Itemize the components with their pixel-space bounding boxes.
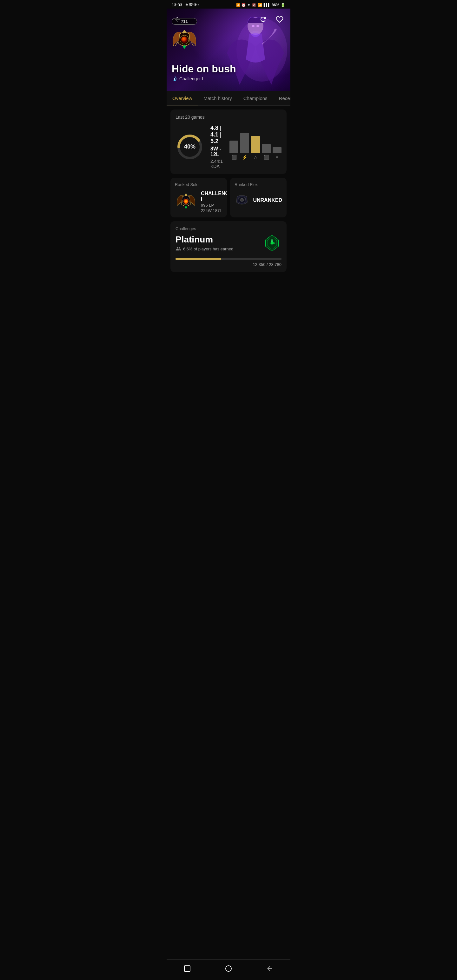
challenge-players-text: 6.6% of players has earned — [183, 247, 233, 251]
hero-banner: 711 — [167, 9, 290, 91]
rank-label: Challenger I — [179, 76, 204, 81]
svg-point-13 — [185, 200, 187, 202]
bar-icon-5: ✦ — [275, 154, 279, 160]
unranked-emblem — [234, 191, 249, 210]
wifi-icon: 📶 — [258, 3, 263, 7]
people-icon — [175, 246, 181, 252]
status-left: 13:33 ✱ 🖼 👁 • — [172, 3, 199, 7]
bar-col-5: ✦ — [272, 147, 282, 160]
ranked-solo-lp: 996 LP — [201, 203, 227, 208]
mute-icon: 🔇 — [252, 3, 256, 7]
ranked-solo-card[interactable]: Ranked Solo — [170, 178, 227, 217]
last-20-games-card: Last 20 games 40% 4.8 | 4.1 | 5.2 8W - 1… — [170, 110, 287, 174]
bottom-spacer — [167, 276, 290, 301]
rank-badge: 711 — [172, 18, 197, 54]
signal-icon: ▌▌▌ — [264, 3, 271, 7]
challenge-tier-row: Platinum 6.6% of players has earned — [175, 234, 282, 253]
win-rate-label: 40% — [175, 133, 204, 161]
notification-icons: ✱ 🖼 👁 • — [185, 3, 199, 7]
rank-number: 711 — [172, 18, 197, 25]
bar-col-1: ⬛ — [229, 141, 238, 160]
challenge-progress-bar — [175, 258, 282, 260]
hero-info: Hide on bush Challenger I — [172, 64, 236, 81]
challenges-section[interactable]: Challenges Platinum 6.6% of players has … — [170, 221, 287, 272]
challenger-emblem — [172, 26, 197, 54]
battery-icon: 🔋 — [280, 3, 285, 7]
challenge-progress-text: 12,350 / 28,780 — [253, 262, 282, 267]
top-right-actions — [257, 14, 285, 25]
svg-point-19 — [242, 199, 244, 200]
champion-bar-chart: ⬛ ⚡ △ ⬛ — [229, 134, 282, 160]
kda-text: 2.44:1 KDA — [210, 159, 223, 169]
kda-ratio: 4.8 | 4.1 | 5.2 — [210, 125, 223, 145]
svg-point-18 — [240, 199, 242, 200]
ranked-solo-tier: CHALLENGER I — [201, 191, 227, 202]
win-loss-record: 8W - 12L — [210, 146, 223, 158]
tab-champions[interactable]: Champions — [238, 91, 273, 105]
ranked-flex-info: UNRANKED — [253, 197, 282, 203]
ranked-solo-label: Ranked Solo — [175, 182, 223, 187]
bar-icon-4: ⬛ — [264, 154, 269, 160]
svg-point-5 — [181, 37, 188, 43]
ranked-row: Ranked Solo — [170, 178, 287, 217]
player-rank: Challenger I — [172, 76, 236, 81]
challenge-progress-numbers: 12,350 / 28,780 — [175, 262, 282, 267]
challenge-progress-fill — [175, 258, 221, 260]
last-20-title: Last 20 games — [175, 115, 282, 119]
flame-icon — [172, 76, 177, 81]
ranked-flex-content: UNRANKED — [234, 191, 282, 210]
refresh-button[interactable] — [257, 14, 269, 25]
challenge-tier-name: Platinum — [175, 234, 233, 245]
bluetooth-icon: ✦ — [247, 3, 250, 7]
tabs-container: Overview Match history Champions Recent … — [167, 91, 290, 106]
tab-recent-stats[interactable]: Recent statis — [273, 91, 290, 105]
challenger-rank-emblem — [175, 191, 197, 213]
svg-point-3 — [256, 25, 259, 27]
svg-point-2 — [252, 25, 255, 27]
alarm-icon: ⏰ — [241, 3, 246, 7]
bar-col-2: ⚡ — [240, 133, 249, 160]
tab-overview[interactable]: Overview — [167, 91, 198, 105]
status-bar: 13:33 ✱ 🖼 👁 • 📶 ⏰ ✦ 🔇 📶 ▌▌▌ 86% 🔋 — [167, 0, 290, 9]
ranked-solo-record: 224W 187L — [201, 208, 227, 213]
bar-4 — [262, 144, 271, 153]
battery-display: 86% — [272, 3, 279, 7]
time-display: 13:33 — [172, 3, 182, 7]
ranked-flex-label: Ranked Flex — [234, 182, 282, 187]
favorite-button[interactable] — [274, 14, 285, 25]
bar-icon-1: ⬛ — [231, 154, 237, 160]
bar-2 — [240, 133, 249, 153]
bar-icon-3: △ — [254, 154, 257, 160]
ranked-flex-tier: UNRANKED — [253, 197, 282, 203]
challenge-players-row: 6.6% of players has earned — [175, 246, 233, 252]
bar-icon-2: ⚡ — [242, 154, 248, 160]
bar-col-4: ⬛ — [262, 144, 271, 160]
svg-point-25 — [271, 239, 273, 242]
bar-1 — [229, 141, 238, 153]
bar-5 — [272, 147, 282, 153]
sim-icon: 📶 — [236, 3, 240, 7]
platinum-gem — [263, 234, 282, 253]
bar-col-3: △ — [251, 136, 260, 160]
ranked-solo-info: CHALLENGER I 996 LP 224W 187L — [201, 191, 227, 213]
player-name: Hide on bush — [172, 64, 236, 75]
main-content: Last 20 games 40% 4.8 | 4.1 | 5.2 8W - 1… — [167, 110, 290, 301]
games-stats: 40% 4.8 | 4.1 | 5.2 8W - 12L 2.44:1 KDA … — [175, 125, 282, 169]
bar-3-highlighted — [251, 136, 260, 153]
tab-match-history[interactable]: Match history — [198, 91, 238, 105]
ranked-flex-card[interactable]: Ranked Flex UNRANKED — [230, 178, 287, 217]
challenges-label: Challenges — [175, 226, 282, 231]
status-right: 📶 ⏰ ✦ 🔇 📶 ▌▌▌ 86% 🔋 — [236, 3, 285, 7]
win-rate-donut: 40% — [175, 133, 204, 161]
stats-text: 4.8 | 4.1 | 5.2 8W - 12L 2.44:1 KDA — [210, 125, 223, 169]
ranked-solo-content: CHALLENGER I 996 LP 224W 187L — [175, 191, 223, 213]
